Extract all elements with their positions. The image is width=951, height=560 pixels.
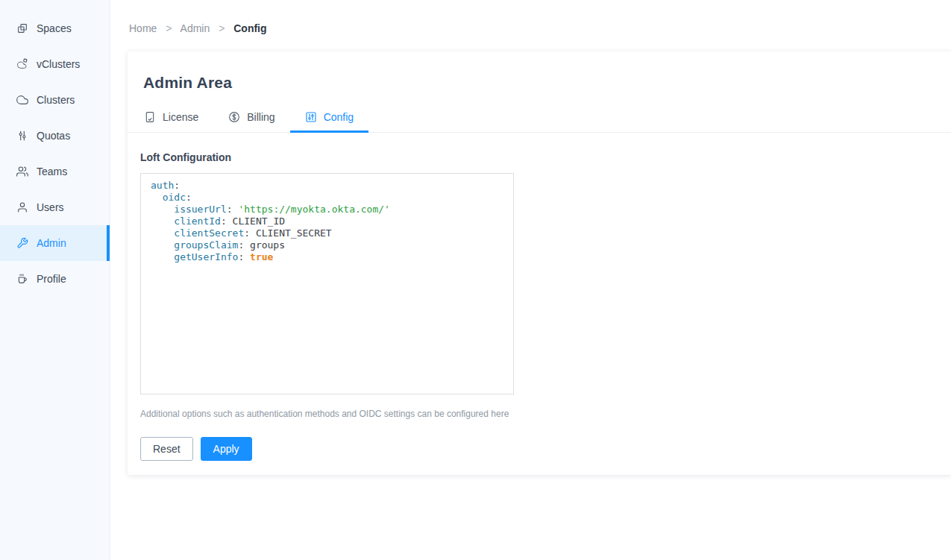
tab-label: License	[163, 111, 198, 123]
profile-cup-icon	[16, 273, 28, 285]
tab-label: Config	[324, 111, 354, 123]
config-editor-code: auth: oidc: issuerUrl: 'https://myokta.o…	[151, 180, 513, 263]
breadcrumb-separator: >	[219, 22, 225, 34]
config-control-icon	[305, 111, 317, 123]
sidebar-item-spaces[interactable]: Spaces	[0, 10, 110, 46]
sidebar-item-admin[interactable]: Admin	[0, 225, 110, 261]
license-icon	[144, 111, 156, 123]
spaces-icon	[16, 22, 28, 34]
tab-bar: License Billing Config	[128, 104, 951, 133]
users-icon	[16, 201, 28, 213]
sidebar-item-label: Teams	[37, 166, 67, 177]
quotas-icon	[16, 130, 28, 142]
sidebar-item-teams[interactable]: Teams	[0, 154, 110, 189]
tab-config[interactable]: Config	[290, 104, 368, 132]
admin-area-card: Admin Area License Billing Config Loft C…	[128, 51, 951, 475]
breadcrumb-item-home[interactable]: Home	[129, 22, 157, 34]
sidebar: Spaces vClusters Clusters Quotas Teams U…	[0, 0, 110, 560]
sidebar-item-clusters[interactable]: Clusters	[0, 82, 110, 118]
sidebar-item-label: vClusters	[37, 58, 80, 70]
breadcrumb-separator: >	[166, 22, 172, 34]
vclusters-icon	[16, 58, 28, 70]
sidebar-item-label: Profile	[37, 273, 66, 285]
sidebar-item-users[interactable]: Users	[0, 189, 110, 225]
teams-icon	[16, 166, 28, 177]
sidebar-item-profile[interactable]: Profile	[0, 261, 110, 297]
tab-license[interactable]: License	[129, 104, 213, 132]
sidebar-item-vclusters[interactable]: vClusters	[0, 46, 110, 82]
action-buttons: Reset Apply	[140, 437, 933, 461]
sidebar-item-quotas[interactable]: Quotas	[0, 118, 110, 154]
admin-wrench-icon	[16, 237, 28, 249]
editor-help-note: Additional options such as authenticatio…	[140, 409, 933, 419]
reset-button[interactable]: Reset	[140, 437, 193, 461]
breadcrumb: Home > Admin > Config	[110, 0, 951, 36]
clusters-icon	[16, 94, 28, 106]
tab-billing[interactable]: Billing	[213, 104, 289, 132]
section-title: Loft Configuration	[140, 151, 933, 163]
sidebar-item-label: Users	[37, 201, 64, 213]
tab-label: Billing	[247, 111, 274, 123]
main-content: Home > Admin > Config Admin Area License…	[110, 0, 951, 560]
sidebar-item-label: Admin	[37, 237, 66, 249]
sidebar-item-label: Clusters	[37, 94, 75, 106]
card-title: Admin Area	[128, 51, 951, 92]
breadcrumb-item-config: Config	[233, 22, 266, 34]
apply-button[interactable]: Apply	[201, 437, 252, 461]
sidebar-item-label: Spaces	[37, 22, 72, 34]
config-panel: Loft Configuration auth: oidc: issuerUrl…	[128, 133, 951, 475]
breadcrumb-item-admin[interactable]: Admin	[181, 22, 210, 34]
billing-dollar-icon	[228, 111, 240, 123]
config-editor[interactable]: auth: oidc: issuerUrl: 'https://myokta.o…	[140, 173, 514, 394]
sidebar-item-label: Quotas	[37, 130, 70, 142]
